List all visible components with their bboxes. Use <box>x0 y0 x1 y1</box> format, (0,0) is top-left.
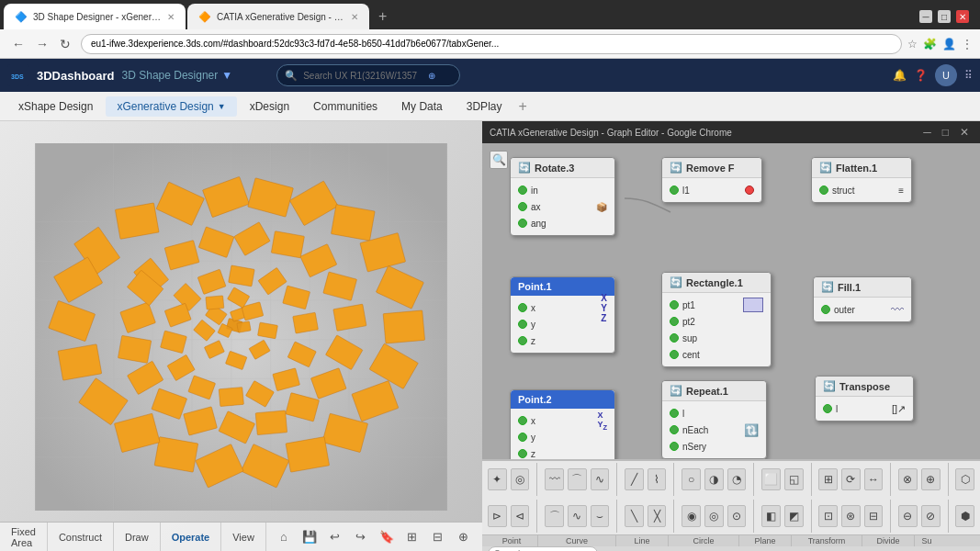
nav-xdesign[interactable]: xDesign <box>239 96 300 117</box>
tool-ln4-icon[interactable]: ╳ <box>648 505 667 527</box>
search-input[interactable] <box>303 71 422 81</box>
tool-pt3-icon[interactable]: ⊳ <box>488 505 507 527</box>
search-options-icon[interactable]: ⊕ <box>428 71 435 81</box>
tool-div4-icon[interactable]: ⊘ <box>921 505 941 527</box>
nav-add-icon[interactable]: + <box>514 98 530 115</box>
minimize-button[interactable]: ─ <box>919 10 932 23</box>
node-removef[interactable]: 🔄 Remove F l1 <box>661 157 762 203</box>
address-input[interactable] <box>81 34 902 54</box>
tool-surf2-icon[interactable]: ⬢ <box>955 505 974 527</box>
tool-curve3-icon[interactable]: ∿ <box>591 468 610 490</box>
nav-my-data[interactable]: My Data <box>390 96 454 117</box>
nav-xshape-design[interactable]: xShape Design <box>7 96 104 117</box>
node-rectangle1[interactable]: 🔄 Rectangle.1 pt1 pt2 sup <box>661 272 772 367</box>
tool-curve2-icon[interactable]: ⌒ <box>568 468 587 490</box>
help-icon[interactable]: ❓ <box>914 69 928 82</box>
zoom-in-btn[interactable]: 🔍 <box>490 151 508 169</box>
graph-close-btn[interactable]: ✕ <box>956 126 973 139</box>
tab2-close-btn[interactable]: ✕ <box>351 12 358 22</box>
vp-tool2-icon[interactable]: ⊟ <box>428 527 448 547</box>
node-transpose[interactable]: 🔄 Transpose l []↗ <box>815 376 914 422</box>
graph-search-input[interactable] <box>488 546 598 551</box>
tool-crv5-icon[interactable]: ∿ <box>568 505 587 527</box>
tool-circle-icon[interactable]: ○ <box>681 468 701 490</box>
tool-surf-icon[interactable]: ⬡ <box>955 468 974 490</box>
tool-cir5-icon[interactable]: ◎ <box>704 505 724 527</box>
nav-communities[interactable]: Communities <box>302 96 389 117</box>
node-point1[interactable]: Point.1 x XYZ y z <box>510 276 615 354</box>
sec-div4 <box>738 535 739 546</box>
tab-3dshape[interactable]: 🔷 3D Shape Designer - xGenerati... ✕ <box>4 4 186 29</box>
graph-minimize-btn[interactable]: ─ <box>919 126 935 139</box>
tool-plane2-icon[interactable]: ◱ <box>784 468 804 490</box>
tool-pln4-icon[interactable]: ◩ <box>784 505 804 527</box>
forward-button[interactable]: → <box>31 35 53 53</box>
tool-point-icon[interactable]: ✦ <box>488 468 507 490</box>
notifications-icon[interactable]: 🔔 <box>893 69 907 82</box>
extension-icon[interactable]: 🧩 <box>923 38 937 51</box>
vp-tool1-icon[interactable]: ⊞ <box>402 527 422 547</box>
tool-curve-icon[interactable]: 〰 <box>545 468 564 490</box>
viewport-tab-construct[interactable]: Construct <box>48 523 114 551</box>
tool-line2-icon[interactable]: ⌇ <box>648 468 667 490</box>
tab-catia[interactable]: 🔶 CATIA xGenerative Design - Graph... ✕ <box>187 4 369 29</box>
tool-tr5-icon[interactable]: ⊛ <box>841 505 861 527</box>
tool-line-icon[interactable]: ╱ <box>625 468 644 490</box>
tab2-label: CATIA xGenerative Design - Graph... <box>217 12 345 22</box>
tool-transform3-icon[interactable]: ↔ <box>864 468 884 490</box>
tool-ln3-icon[interactable]: ╲ <box>625 505 644 527</box>
vp-home-icon[interactable]: ⌂ <box>274 527 294 547</box>
node-removef-header: 🔄 Remove F <box>662 158 761 178</box>
viewport-tab-draw[interactable]: Draw <box>114 523 161 551</box>
tool-circle2-icon[interactable]: ◑ <box>704 468 724 490</box>
account-icon[interactable]: 👤 <box>942 38 956 51</box>
vp-redo-icon[interactable]: ↪ <box>351 527 371 547</box>
header-search[interactable]: 🔍 ⊕ <box>276 64 460 86</box>
tool-transform-icon[interactable]: ⊞ <box>818 468 838 490</box>
maximize-button[interactable]: □ <box>938 10 951 23</box>
tab-close-btn[interactable]: ✕ <box>167 12 175 22</box>
nav-3dplay[interactable]: 3DPlay <box>456 96 513 117</box>
vp-tool3-icon[interactable]: ⊕ <box>454 527 474 547</box>
tool-crv4-icon[interactable]: ⌒ <box>545 505 564 527</box>
tool-divide2-icon[interactable]: ⊕ <box>921 468 941 490</box>
refresh-button[interactable]: ↻ <box>55 35 75 53</box>
tool-pt4-icon[interactable]: ⊲ <box>511 505 530 527</box>
viewport-tab-operate[interactable]: Operate <box>161 523 222 551</box>
tool-plane-icon[interactable]: ⬜ <box>761 468 781 490</box>
apps-menu-icon[interactable]: ⠿ <box>964 69 973 82</box>
user-avatar[interactable]: U <box>935 64 957 86</box>
nav-xgenerative-design[interactable]: xGenerative Design ▼ <box>106 96 236 117</box>
tool-circle3-icon[interactable]: ◔ <box>727 468 747 490</box>
tool-div3-icon[interactable]: ⊖ <box>898 505 918 527</box>
node-point2[interactable]: Point.2 x XYZ y z <box>510 389 615 459</box>
tool-point2-icon[interactable]: ◎ <box>511 468 530 490</box>
graph-maximize-btn[interactable]: □ <box>939 126 952 139</box>
tool-transform2-icon[interactable]: ⟳ <box>841 468 861 490</box>
vp-save-icon[interactable]: 💾 <box>299 527 320 547</box>
tool-tr4-icon[interactable]: ⊡ <box>818 505 838 527</box>
new-tab-button[interactable]: + <box>371 8 394 25</box>
graph-canvas[interactable]: 🔍 <box>482 143 980 459</box>
tool-cir4-icon[interactable]: ◉ <box>681 505 701 527</box>
title-dropdown-icon[interactable]: ▼ <box>221 69 232 82</box>
viewport-tab-fixedarea[interactable]: Fixed Area <box>0 523 48 551</box>
tool-cir6-icon[interactable]: ⊙ <box>727 505 747 527</box>
tool-divide-icon[interactable]: ⊗ <box>898 468 918 490</box>
node-rotate3[interactable]: 🔄 Rotate.3 in ax 📦 ang <box>510 157 615 236</box>
divider9 <box>616 500 617 533</box>
close-window-button[interactable]: ✕ <box>956 10 969 23</box>
node-flatten1[interactable]: 🔄 Flatten.1 struct ≡ <box>811 157 912 203</box>
tool-crv6-icon[interactable]: ⌣ <box>591 505 610 527</box>
node-repeat1[interactable]: 🔄 Repeat.1 l nEach 🔃 nSery <box>661 380 767 459</box>
bookmark-icon[interactable]: ☆ <box>907 38 918 51</box>
back-button[interactable]: ← <box>7 35 29 53</box>
tool-pln3-icon[interactable]: ◧ <box>761 505 781 527</box>
tab-favicon: 🔷 <box>15 11 28 23</box>
node-fill1[interactable]: 🔄 Fill.1 outer 〰 <box>813 276 912 322</box>
vp-bookmark-icon[interactable]: 🔖 <box>377 527 397 547</box>
viewport-tab-view[interactable]: View <box>221 523 266 551</box>
menu-icon[interactable]: ⋮ <box>962 38 973 51</box>
tool-tr6-icon[interactable]: ⊟ <box>864 505 884 527</box>
vp-undo-icon[interactable]: ↩ <box>325 527 345 547</box>
